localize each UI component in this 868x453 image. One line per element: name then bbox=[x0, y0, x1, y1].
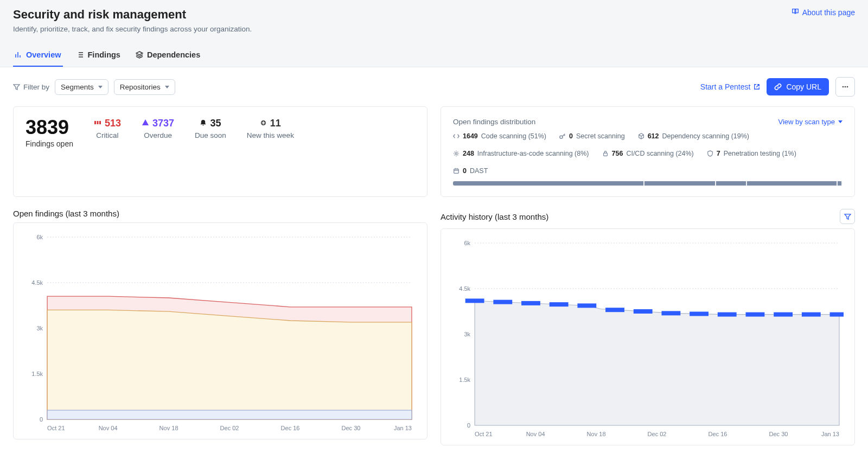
findings-open-count: 3839 bbox=[25, 118, 73, 137]
list-icon bbox=[76, 51, 84, 59]
lock-icon bbox=[602, 150, 609, 157]
svg-rect-3 bbox=[94, 121, 96, 124]
bell-icon bbox=[200, 118, 207, 129]
svg-point-7 bbox=[560, 136, 563, 138]
svg-text:4.5k: 4.5k bbox=[459, 285, 470, 292]
link-icon bbox=[774, 83, 782, 91]
more-actions-button[interactable] bbox=[835, 77, 855, 97]
overdue-count: 3737 bbox=[152, 118, 174, 129]
distribution-bar bbox=[453, 181, 843, 186]
svg-rect-48 bbox=[550, 302, 569, 307]
svg-rect-4 bbox=[97, 121, 98, 124]
svg-text:Oct 21: Oct 21 bbox=[475, 431, 492, 437]
svg-rect-54 bbox=[718, 312, 737, 317]
key-icon bbox=[559, 133, 566, 139]
svg-point-8 bbox=[455, 152, 457, 154]
distribution-card: Open findings distribution View by scan … bbox=[441, 106, 855, 197]
svg-text:3k: 3k bbox=[464, 331, 470, 337]
chart-icon bbox=[15, 51, 22, 59]
svg-rect-47 bbox=[521, 301, 540, 305]
segments-dropdown[interactable]: Segments bbox=[55, 79, 108, 95]
page-subtitle: Identify, prioritize, track, and fix sec… bbox=[13, 25, 252, 33]
repositories-dropdown[interactable]: Repositories bbox=[114, 79, 175, 95]
toolbar: Filter by Segments Repositories Start a … bbox=[0, 67, 868, 106]
svg-text:Nov 04: Nov 04 bbox=[526, 431, 545, 437]
chevron-down-icon bbox=[838, 120, 843, 123]
book-icon bbox=[792, 8, 799, 17]
dist-item-cicd-scanning: 756 CI/CD scanning (24%) bbox=[602, 150, 694, 157]
svg-text:Nov 18: Nov 18 bbox=[159, 425, 178, 431]
svg-text:Nov 18: Nov 18 bbox=[587, 431, 606, 437]
svg-rect-52 bbox=[661, 311, 680, 315]
svg-point-1 bbox=[845, 86, 846, 88]
svg-text:Dec 30: Dec 30 bbox=[342, 425, 361, 431]
svg-text:Oct 21: Oct 21 bbox=[47, 425, 65, 431]
critical-label: Critical bbox=[96, 131, 118, 139]
dist-item-iac-scanning: 248 Infrastructure-as-code scanning (8%) bbox=[453, 150, 589, 157]
svg-point-2 bbox=[847, 86, 848, 88]
svg-text:3k: 3k bbox=[36, 325, 43, 331]
svg-rect-5 bbox=[99, 121, 101, 124]
svg-text:Jan 13: Jan 13 bbox=[821, 431, 839, 437]
overdue-label: Overdue bbox=[144, 131, 172, 139]
svg-text:Dec 02: Dec 02 bbox=[648, 431, 667, 437]
svg-rect-55 bbox=[746, 312, 765, 317]
chevron-down-icon bbox=[165, 86, 169, 88]
svg-text:Dec 16: Dec 16 bbox=[709, 431, 727, 437]
svg-rect-58 bbox=[830, 312, 844, 317]
svg-text:0: 0 bbox=[467, 422, 470, 429]
dist-item-penetration-testing: 7 Penetration testing (1%) bbox=[707, 150, 796, 157]
svg-rect-45 bbox=[465, 298, 484, 303]
tab-bar: Overview Findings Dependencies bbox=[13, 46, 855, 67]
chart-activity-filter-button[interactable] bbox=[840, 209, 855, 224]
copy-url-button[interactable]: Copy URL bbox=[767, 78, 829, 95]
svg-rect-49 bbox=[577, 303, 596, 308]
view-by-scan-type-link[interactable]: View by scan type bbox=[778, 118, 843, 126]
due-soon-count: 35 bbox=[210, 118, 221, 129]
distribution-legend: 1649 Code scanning (51%) 0 Secret scanni… bbox=[453, 132, 843, 175]
svg-text:Dec 02: Dec 02 bbox=[220, 425, 239, 431]
dist-item-dependency-scanning: 612 Dependency scanning (19%) bbox=[638, 132, 749, 140]
svg-text:6k: 6k bbox=[36, 234, 43, 240]
dist-item-secret-scanning: 0 Secret scanning bbox=[559, 132, 625, 140]
about-page-link[interactable]: About this page bbox=[792, 8, 855, 17]
svg-text:Dec 16: Dec 16 bbox=[281, 425, 300, 431]
chart-open-findings-title: Open findings (last 3 months) bbox=[13, 209, 119, 218]
stack-icon bbox=[136, 51, 143, 59]
svg-text:6k: 6k bbox=[464, 240, 470, 246]
tab-overview[interactable]: Overview bbox=[13, 46, 63, 67]
tab-dependencies[interactable]: Dependencies bbox=[134, 46, 202, 67]
svg-rect-53 bbox=[690, 311, 709, 316]
svg-text:1.5k: 1.5k bbox=[31, 371, 43, 377]
due-soon-label: Due soon bbox=[195, 131, 226, 139]
tab-findings[interactable]: Findings bbox=[75, 46, 122, 67]
package-icon bbox=[638, 133, 644, 139]
svg-rect-56 bbox=[774, 312, 793, 317]
svg-rect-10 bbox=[454, 169, 459, 174]
start-pentest-link[interactable]: Start a Pentest bbox=[700, 82, 761, 91]
dist-item-code-scanning: 1649 Code scanning (51%) bbox=[453, 132, 546, 140]
external-link-icon bbox=[754, 84, 760, 90]
chart-open-findings: 01.5k3k4.5k6kOct 21Nov 04Nov 18Dec 02Dec… bbox=[13, 222, 427, 439]
gear-icon bbox=[453, 150, 459, 157]
svg-rect-9 bbox=[603, 153, 607, 156]
critical-icon bbox=[94, 118, 101, 129]
svg-rect-46 bbox=[493, 300, 512, 304]
chart-activity-history-title: Activity history (last 3 months) bbox=[441, 212, 548, 221]
svg-text:1.5k: 1.5k bbox=[459, 377, 470, 383]
svg-text:0: 0 bbox=[40, 416, 43, 423]
svg-rect-50 bbox=[605, 308, 624, 312]
dist-item-dast: 0 DAST bbox=[453, 167, 488, 175]
chevron-down-icon bbox=[98, 86, 103, 88]
calendar-icon bbox=[453, 168, 459, 174]
sparkle-icon bbox=[260, 118, 267, 129]
critical-count: 513 bbox=[105, 118, 121, 129]
filter-icon bbox=[13, 84, 20, 91]
code-icon bbox=[453, 133, 459, 139]
findings-open-label: Findings open bbox=[25, 139, 73, 148]
chart-activity-history: 01.5k3k4.5k6kOct 21Nov 04Nov 18Dec 02Dec… bbox=[441, 228, 855, 445]
svg-text:Nov 04: Nov 04 bbox=[99, 425, 118, 431]
svg-text:Jan 13: Jan 13 bbox=[394, 425, 412, 431]
svg-point-0 bbox=[843, 86, 844, 88]
page: Security and risk management Identify, p… bbox=[0, 0, 868, 445]
